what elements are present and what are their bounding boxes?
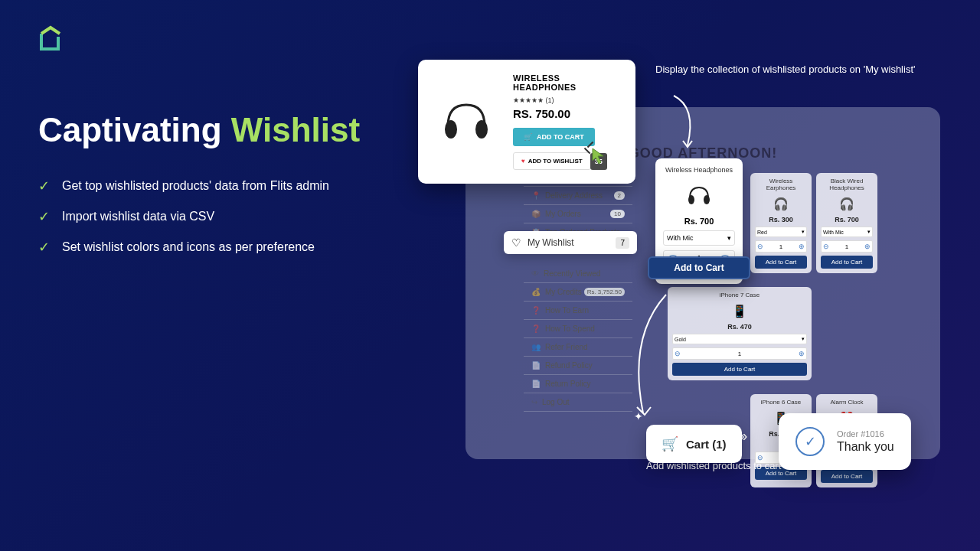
card-name: Alarm Clock [821,399,873,406]
qty-plus-button[interactable]: ⊕ [864,243,871,250]
variant-select[interactable]: Red▾ [755,227,807,237]
menu-icon: 📄 [531,380,541,388]
heart-icon: ♡ [511,236,521,249]
sidebar-badge: Rs. 3,752.50 [584,288,625,296]
menu-icon: 📍 [531,191,541,200]
grid-card: Black Wired Headphones🎧Rs. 700With Mic▾⊖… [816,173,877,273]
card-price: Rs. 470 [672,323,807,331]
menu-icon: 💰 [531,288,541,296]
featured-image [663,178,735,212]
menu-icon: 📄 [531,361,541,370]
sidebar-item[interactable]: 👁Recently Viewed [524,265,632,283]
sidebar-label: Delivery Address [545,191,614,200]
grid-card: Wireless Earphones🎧Rs. 300Red▾⊖1⊕Add to … [750,173,812,273]
brand-logo [38,24,63,55]
product-rating: ★★★★★ (1) [513,96,622,104]
featured-name: Wireless Headphones [663,166,735,174]
feature-text: Get top wishlisted products' data from F… [62,179,329,193]
sidebar-item[interactable]: 📍Delivery Address2 [524,187,632,205]
order-id: Order #1016 [837,429,894,439]
qty-plus-button[interactable]: ⊕ [799,350,805,357]
add-to-cart-button[interactable]: Add to Cart [821,470,873,483]
check-icon: ✓ [38,239,50,256]
card-name: Black Wired Headphones [821,178,873,191]
sidebar-label: Log Out [542,398,625,406]
card-image: 🎧 [755,194,807,213]
check-icon: ✓ [38,178,50,194]
cursor-pointer-icon [590,147,609,171]
svg-point-0 [688,195,694,204]
wishlist-label: My Wishlist [528,237,616,248]
svg-point-2 [445,120,457,139]
sidebar-label: Refund Policy [545,361,625,370]
menu-icon: 👁 [531,269,539,278]
sidebar-item[interactable]: ❓How To Spend [524,320,632,338]
product-price: RS. 750.00 [513,107,622,120]
qty-minus-button[interactable]: ⊖ [757,243,763,250]
feature-item: ✓Import wishlist data via CSV [38,208,329,225]
featured-price: Rs. 700 [663,217,735,226]
sidebar-badge: 2 [614,191,625,200]
card-image: 📱 [672,302,807,320]
grid-card: iPhone 7 Case📱Rs. 470Gold▾⊖1⊕Add to Cart [668,287,812,380]
feature-text: Import wishlist data via CSV [62,210,214,223]
add-to-cart-button[interactable]: Add to Cart [821,256,873,269]
sidebar-label: Recently Viewed [544,269,625,278]
menu-icon: ❓ [531,324,541,333]
cart-label: Cart (1) [686,438,727,451]
sidebar-label: My Credits [545,288,584,296]
featured-add-to-cart-button[interactable]: Add to Cart [648,256,750,279]
caption-display-wishlist: Display the collection of wishlisted pro… [655,63,916,77]
thank-you-text: Thank you [837,440,894,454]
account-sidebar: 👤My Profile📍Delivery Address2📦My Orders1… [524,168,632,412]
variant-select[interactable]: With Mic▾ [821,227,873,237]
add-to-wishlist-button[interactable]: ♥ADD TO WISHLIST35 [513,152,591,170]
sidebar-badge: 10 [610,210,625,218]
cart-icon: 🛒 [524,133,532,141]
sidebar-item-wishlist[interactable]: ♡ My Wishlist 7 [504,231,637,254]
title-part1: Captivating [38,111,231,148]
add-to-cart-button[interactable]: Add to Cart [672,363,807,376]
sidebar-label: My Orders [545,210,610,218]
menu-icon: ↪ [531,398,537,406]
card-name: iPhone 6 Case [755,399,807,406]
title-accent: Wishlist [231,111,360,148]
sidebar-item[interactable]: ↪Log Out [524,393,632,412]
sidebar-item[interactable]: ❓How To Earn [524,302,632,320]
variant-select[interactable]: Gold▾ [672,334,807,344]
add-to-cart-button[interactable]: Add to Cart [755,256,807,269]
product-title: WIRELESS HEADPHONES [513,73,622,92]
add-to-cart-button[interactable]: 🛒ADD TO CART [513,128,595,146]
arrow-icon [620,291,681,421]
card-price: Rs. 300 [755,216,807,223]
feature-list: ✓Get top wishlisted products' data from … [38,178,329,269]
order-confirmation-card: ✓ Order #1016 Thank you [779,413,911,470]
qty-plus-button[interactable]: ⊕ [799,243,805,250]
sidebar-item[interactable]: 📄Return Policy [524,375,632,393]
sidebar-label: Refer Friend [545,343,625,351]
cart-pill[interactable]: 🛒 Cart (1) [646,425,742,463]
sidebar-label: Return Policy [545,380,625,388]
sidebar-label: How To Earn [545,306,625,315]
feature-text: Set wishlist colors and icons as per pre… [62,240,315,254]
sidebar-item[interactable]: 📄Refund Policy [524,357,632,375]
sidebar-item[interactable]: 👥Refer Friend [524,338,632,357]
cart-icon: 🛒 [662,435,678,452]
card-name: iPhone 7 Case [672,292,807,298]
menu-icon: 📦 [531,210,541,218]
qty-value: 1 [779,243,782,250]
page-title: Captivating Wishlist [38,111,360,149]
check-circle-icon: ✓ [795,427,825,456]
menu-icon: 👥 [531,343,541,351]
feature-item: ✓Get top wishlisted products' data from … [38,178,329,194]
wishlist-count-badge: 7 [616,237,629,249]
sidebar-item[interactable]: 💰My CreditsRs. 3,752.50 [524,283,632,302]
menu-icon: ❓ [531,306,541,315]
featured-variant-select[interactable]: With Mic▾ [663,230,735,246]
feature-item: ✓Set wishlist colors and icons as per pr… [38,239,329,256]
card-price: Rs. 700 [821,216,873,223]
qty-minus-button[interactable]: ⊖ [823,243,829,250]
card-name: Wireless Earphones [755,178,807,191]
sidebar-label: How To Spend [545,324,625,333]
sidebar-item[interactable]: 📦My Orders10 [524,205,632,223]
